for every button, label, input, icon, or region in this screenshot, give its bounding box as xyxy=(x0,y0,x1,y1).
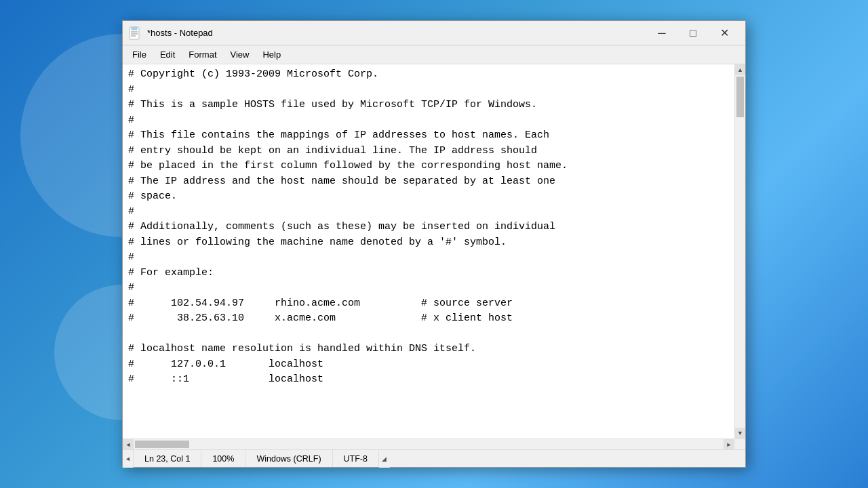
menu-file[interactable]: File xyxy=(125,47,153,62)
menu-edit[interactable]: Edit xyxy=(153,47,182,62)
notepad-icon xyxy=(128,26,142,40)
scroll-left-arrow[interactable]: ◄ xyxy=(123,439,134,450)
close-button[interactable]: ✕ xyxy=(709,21,740,45)
status-position: Ln 23, Col 1 xyxy=(134,450,201,467)
menu-format[interactable]: Format xyxy=(182,47,223,62)
status-resize-grip: ◢ xyxy=(379,450,390,468)
scroll-track-v[interactable] xyxy=(735,75,745,428)
menu-view[interactable]: View xyxy=(224,47,256,62)
scroll-thumb-h[interactable] xyxy=(135,441,189,448)
editor-text[interactable]: # Copyright (c) 1993-2009 Microsoft Corp… xyxy=(128,67,729,436)
svg-rect-1 xyxy=(132,27,137,30)
minimize-button[interactable]: ─ xyxy=(646,21,677,45)
menu-help[interactable]: Help xyxy=(256,47,288,62)
window-title: *hosts - Notepad xyxy=(147,28,646,38)
status-line-ending: Windows (CRLF) xyxy=(245,450,332,467)
scroll-up-arrow[interactable]: ▲ xyxy=(735,64,746,75)
scroll-thumb-v[interactable] xyxy=(736,77,744,117)
status-bar: ◄ Ln 23, Col 1 100% Windows (CRLF) UTF-8… xyxy=(123,449,745,467)
editor-container: # Copyright (c) 1993-2009 Microsoft Corp… xyxy=(123,64,745,439)
horizontal-scrollbar[interactable]: ◄ ► xyxy=(123,439,745,449)
menu-bar: File Edit Format View Help xyxy=(123,45,745,64)
vertical-scrollbar[interactable]: ▲ ▼ xyxy=(734,64,745,439)
notepad-window: *hosts - Notepad ─ □ ✕ File Edit Format … xyxy=(122,20,746,468)
scroll-down-arrow[interactable]: ▼ xyxy=(735,428,746,439)
title-bar: *hosts - Notepad ─ □ ✕ xyxy=(123,21,745,45)
status-encoding: UTF-8 xyxy=(333,450,379,467)
status-zoom: 100% xyxy=(201,450,245,467)
scroll-track-h[interactable] xyxy=(134,439,724,449)
restore-button[interactable]: □ xyxy=(677,21,709,45)
window-controls: ─ □ ✕ xyxy=(646,21,740,45)
scrollbar-corner xyxy=(734,439,745,450)
editor-scroll-area[interactable]: # Copyright (c) 1993-2009 Microsoft Corp… xyxy=(123,64,734,439)
status-left-arrow[interactable]: ◄ xyxy=(123,450,134,468)
scroll-right-arrow[interactable]: ► xyxy=(724,439,734,450)
